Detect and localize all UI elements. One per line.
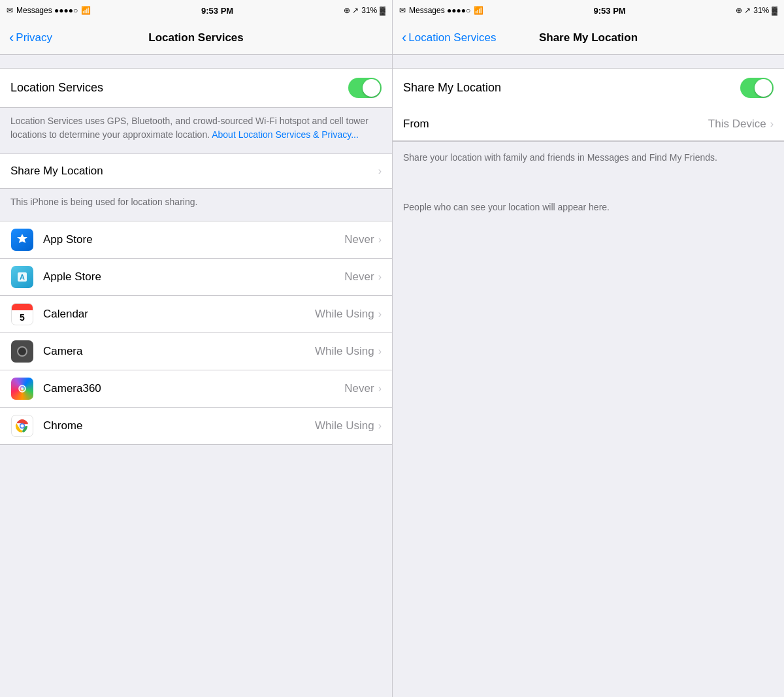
back-label-left: Privacy: [16, 31, 52, 44]
battery-icon-right: ▓: [772, 6, 777, 15]
app-chevron-calendar: ›: [378, 308, 382, 320]
from-value: This Device: [708, 118, 766, 131]
battery-text-right: 31%: [753, 6, 769, 15]
svg-text:A: A: [20, 273, 25, 281]
svg-text:A: A: [19, 234, 25, 244]
app-item-appstore[interactable]: A App Store Never ›: [0, 221, 392, 259]
share-location-toggle[interactable]: [740, 78, 774, 98]
toggle-knob-right: [755, 79, 772, 97]
appstore-svg: A: [15, 233, 29, 247]
left-content: Location Services Location Services uses…: [0, 55, 392, 697]
spacer-1: [0, 55, 392, 68]
info-text: Share your location with family and frie…: [403, 152, 717, 163]
camera-icon-inner: [11, 340, 33, 363]
app-name-camera: Camera: [43, 345, 315, 358]
app-permission-chrome: While Using: [315, 419, 374, 432]
app-icon-calendar: 5: [10, 302, 34, 326]
carrier-text-right: Messages ●●●●○: [409, 6, 470, 15]
status-right: ⊕ ↗ 31% ▓: [344, 6, 385, 15]
toggle-knob: [363, 79, 380, 97]
back-button-left[interactable]: ‹ Privacy: [9, 31, 52, 45]
chrome-svg: [14, 418, 30, 434]
camera360-icon-inner: [11, 378, 33, 400]
calendar-icon-top: [12, 304, 33, 310]
time-display-right: 9:53 PM: [594, 6, 626, 16]
nav-bar-right: ‹ Location Services Share My Location: [393, 21, 784, 55]
svg-point-8: [21, 425, 24, 428]
back-chevron-icon-right: ‹: [402, 31, 406, 45]
info-section: Share your location with family and frie…: [393, 142, 784, 174]
messages-icon: ✉: [7, 6, 13, 15]
status-bar-left: ✉ Messages ●●●●○ 📶 9:53 PM ⊕ ↗ 31% ▓: [0, 0, 392, 21]
wifi-icon-right: 📶: [474, 6, 483, 15]
camera-lens: [17, 346, 27, 357]
app-icon-chrome: [10, 414, 34, 438]
about-location-link[interactable]: About Location Services & Privacy...: [212, 129, 359, 140]
people-section: People who can see your location will ap…: [393, 187, 784, 228]
spacer-right-1: [393, 55, 784, 68]
status-right-right: ⊕ ↗ 31% ▓: [736, 6, 777, 15]
battery-icon: ▓: [380, 6, 385, 15]
app-permission-camera: While Using: [315, 345, 374, 358]
location-icon: ⊕ ↗: [344, 6, 359, 15]
from-row[interactable]: From This Device ›: [393, 107, 784, 141]
messages-icon-right: ✉: [399, 6, 406, 15]
app-icon-camera360: [10, 377, 34, 400]
right-panel: ✉ Messages ●●●●○ 📶 9:53 PM ⊕ ↗ 31% ▓ ‹ L…: [392, 0, 784, 697]
share-location-label: Share My Location: [403, 81, 501, 95]
app-item-camera360[interactable]: Camera360 Never ›: [0, 370, 392, 408]
app-list-card: A App Store Never › A: [0, 221, 392, 445]
svg-point-4: [21, 387, 24, 390]
applestore-svg: A: [15, 270, 29, 284]
status-right-left: ✉ Messages ●●●●○ 📶: [399, 6, 483, 15]
app-chevron-appstore: ›: [378, 234, 382, 246]
app-name-appstore: App Store: [43, 233, 344, 246]
app-name-chrome: Chrome: [43, 419, 315, 432]
app-icon-appstore: A: [10, 228, 34, 251]
app-name-applestore: Apple Store: [43, 270, 344, 284]
app-permission-applestore: Never: [344, 270, 374, 284]
location-services-label: Location Services: [10, 81, 103, 95]
share-description: This iPhone is being used for location s…: [0, 189, 392, 221]
battery-text: 31%: [361, 6, 377, 15]
app-chevron-applestore: ›: [378, 271, 382, 283]
nav-title-right: Share My Location: [539, 31, 638, 44]
back-button-right[interactable]: ‹ Location Services: [402, 31, 497, 45]
from-chevron: ›: [770, 118, 774, 130]
left-panel: ✉ Messages ●●●●○ 📶 9:53 PM ⊕ ↗ 31% ▓ ‹ P…: [0, 0, 392, 697]
share-my-location-card: Share My Location ›: [0, 154, 392, 189]
camera360-svg: [16, 382, 29, 395]
location-services-toggle[interactable]: [348, 78, 382, 98]
app-name-camera360: Camera360: [43, 382, 344, 395]
back-label-right: Location Services: [408, 31, 496, 44]
time-display: 9:53 PM: [201, 6, 233, 16]
app-chevron-camera: ›: [378, 346, 382, 357]
share-my-location-chevron: ›: [378, 165, 382, 177]
wifi-icon: 📶: [81, 6, 91, 15]
app-item-calendar[interactable]: 5 Calendar While Using ›: [0, 296, 392, 333]
app-permission-appstore: Never: [344, 233, 374, 246]
status-left: ✉ Messages ●●●●○ 📶: [7, 6, 91, 15]
share-my-location-row[interactable]: Share My Location ›: [0, 154, 392, 188]
nav-bar-left: ‹ Privacy Location Services: [0, 21, 392, 55]
share-location-card: Share My Location From This Device ›: [393, 68, 784, 142]
calendar-icon-bottom: 5: [12, 310, 33, 325]
share-my-location-label: Share My Location: [10, 165, 378, 178]
location-services-row[interactable]: Location Services: [0, 69, 392, 107]
people-text: People who can see your location will ap…: [403, 202, 610, 212]
chrome-icon-inner: [11, 415, 33, 437]
app-item-camera[interactable]: Camera While Using ›: [0, 333, 392, 370]
app-item-chrome[interactable]: Chrome While Using ›: [0, 408, 392, 444]
back-chevron-icon: ‹: [9, 31, 14, 45]
app-item-applestore[interactable]: A Apple Store Never ›: [0, 259, 392, 296]
appstore-icon-inner: A: [11, 229, 33, 251]
app-name-calendar: Calendar: [43, 308, 315, 321]
carrier-text: Messages ●●●●○: [16, 6, 78, 15]
nav-title-left: Location Services: [148, 31, 244, 44]
share-location-toggle-row[interactable]: Share My Location: [393, 69, 784, 107]
app-chevron-camera360: ›: [378, 383, 382, 395]
right-content: Share My Location From This Device › Sha…: [393, 55, 784, 697]
from-label: From: [403, 118, 708, 131]
spacer-right-2: [393, 174, 784, 187]
app-permission-camera360: Never: [344, 382, 374, 395]
